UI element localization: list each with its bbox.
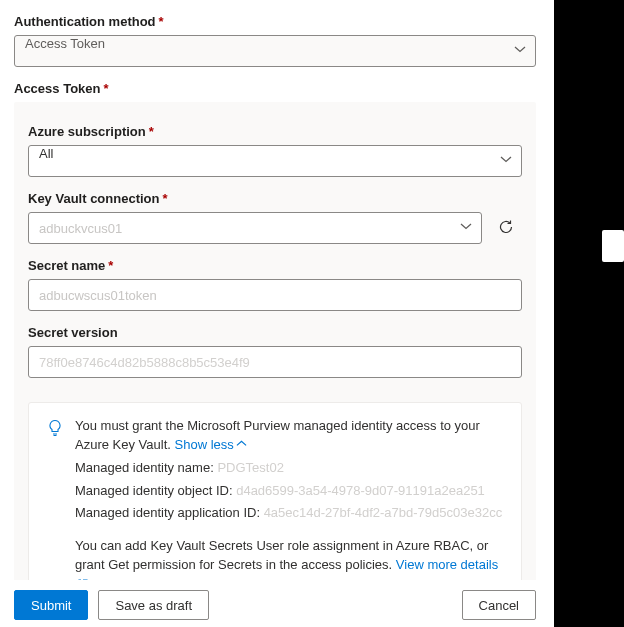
mi-name-label: Managed identity name:	[75, 460, 214, 475]
mi-name-line: Managed identity name: PDGTest02	[75, 459, 503, 478]
auth-method-select[interactable]: Access Token	[14, 35, 536, 67]
keyvault-select-wrap	[28, 212, 482, 244]
mi-obj-label: Managed identity object ID:	[75, 483, 233, 498]
lightbulb-icon	[47, 419, 65, 580]
subscription-label: Azure subscription *	[28, 124, 522, 139]
secret-version-input[interactable]	[28, 346, 522, 378]
required-asterisk: *	[162, 191, 167, 206]
chevron-up-icon	[236, 436, 247, 455]
refresh-icon	[498, 219, 514, 238]
secret-version-label: Secret version	[28, 325, 522, 340]
keyvault-label: Key Vault connection *	[28, 191, 522, 206]
show-less-link[interactable]: Show less	[175, 436, 247, 455]
save-draft-button[interactable]: Save as draft	[98, 590, 209, 620]
mi-app-label: Managed identity application ID:	[75, 505, 260, 520]
label-text: Authentication method	[14, 14, 156, 29]
required-asterisk: *	[103, 81, 108, 96]
footer-bar: Submit Save as draft Cancel	[0, 583, 550, 627]
right-black-area	[554, 0, 624, 627]
view-more-text: View more details	[396, 557, 498, 572]
form-pane: Authentication method * Access Token Acc…	[0, 0, 550, 580]
label-text: Azure subscription	[28, 124, 146, 139]
mi-obj-value: d4ad6599-3a54-4978-9d07-91191a2ea251	[236, 483, 485, 498]
show-less-text: Show less	[175, 436, 234, 455]
cancel-button[interactable]: Cancel	[462, 590, 536, 620]
label-text: Access Token	[14, 81, 100, 96]
auth-method-label: Authentication method *	[14, 14, 536, 29]
auth-method-select-wrap: Access Token	[14, 35, 536, 67]
side-tab	[602, 230, 624, 262]
keyvault-row	[28, 212, 522, 244]
required-asterisk: *	[149, 124, 154, 139]
subscription-select-wrap: All	[28, 145, 522, 177]
submit-button[interactable]: Submit	[14, 590, 88, 620]
tip-text: You must grant the Microsoft Purview man…	[75, 418, 480, 452]
access-token-heading: Access Token *	[14, 81, 536, 96]
label-text: Key Vault connection	[28, 191, 159, 206]
access-token-section: Azure subscription * All Key Vault conne…	[14, 102, 536, 580]
subscription-select[interactable]: All	[28, 145, 522, 177]
required-asterisk: *	[159, 14, 164, 29]
tip-rbac: You can add Key Vault Secrets User role …	[75, 537, 503, 580]
mi-obj-line: Managed identity object ID: d4ad6599-3a5…	[75, 482, 503, 501]
required-asterisk: *	[108, 258, 113, 273]
secret-name-label: Secret name *	[28, 258, 522, 273]
label-text: Secret version	[28, 325, 118, 340]
keyvault-select[interactable]	[28, 212, 482, 244]
mi-app-value: 4a5ec14d-27bf-4df2-a7bd-79d5c03e32cc	[264, 505, 503, 520]
mi-app-line: Managed identity application ID: 4a5ec14…	[75, 504, 503, 523]
external-link-icon	[77, 578, 89, 580]
tip-callout: You must grant the Microsoft Purview man…	[28, 402, 522, 580]
secret-name-input[interactable]	[28, 279, 522, 311]
refresh-button[interactable]	[490, 212, 522, 244]
mi-name-value: PDGTest02	[217, 460, 283, 475]
label-text: Secret name	[28, 258, 105, 273]
tip-body: You must grant the Microsoft Purview man…	[75, 417, 503, 580]
